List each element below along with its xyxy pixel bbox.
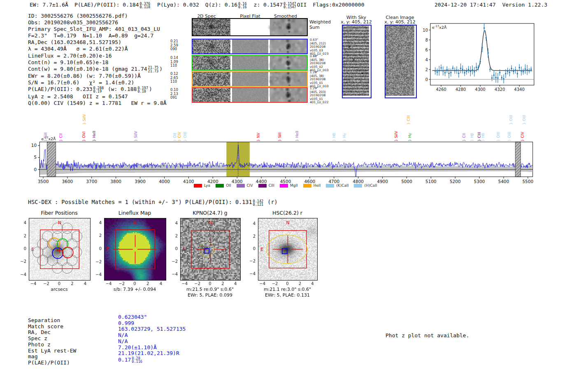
main-x-tick: 4700 — [328, 179, 339, 184]
cutout-x-tick: 4 — [158, 281, 164, 286]
cutout-y-tick: 0 — [93, 246, 102, 251]
info-line-cont-w: Cont(w) = 9.80(±0.10)e-18 (gmag 21.7421.… — [28, 66, 167, 73]
photz-note: Phot z plot not available. — [386, 332, 469, 339]
legend-item: OII — [216, 183, 231, 188]
inset-x-tick: 4300 — [475, 87, 485, 92]
main-x-tick: 3500 — [38, 179, 49, 184]
twod-strip — [192, 55, 308, 71]
cutout-y-tick: 0 — [18, 246, 26, 251]
cutout-y-tick: 2 — [247, 234, 255, 239]
twod-left-label: 0.141.09110 — [170, 56, 190, 68]
match-table-value-text: N/A — [118, 332, 128, 338]
cutout-x-tick: 2 — [144, 281, 151, 286]
twod-left-label: 0.102.13091 — [170, 88, 190, 100]
twod-left-label-line: 091 — [170, 96, 190, 100]
match-table-value-text: 163.023729, 51.527135 — [118, 326, 186, 332]
twod-right-label: 1.29"(405, 203)20190208v035_01401_LU_022 — [310, 87, 339, 104]
legend-label: MgII — [290, 183, 298, 188]
twod-right-label: 0.88"(405, 38)20190208v035_02401_LU_003 — [310, 55, 339, 72]
gmag-stack: 21.7521.73 — [148, 66, 159, 73]
main-x-tick: 3900 — [135, 179, 146, 184]
match-table-value: 0.623043" — [118, 314, 186, 320]
legend-label: CIII — [269, 183, 274, 188]
twod-left-label-line: 110 — [170, 64, 190, 68]
main-x-tick: 4000 — [159, 179, 170, 184]
info-line-id: ID: 3002556276 (3002556276.pdf) — [28, 13, 167, 19]
cutout-x-tick: −2 — [272, 281, 278, 286]
cleanimage-image — [385, 25, 417, 98]
legend-swatch — [303, 184, 311, 188]
twod-right-label-line: 401_LU_022 — [310, 101, 339, 104]
main-x-tick: 5100 — [425, 179, 437, 184]
line-label-HeII: } HeII — [92, 131, 97, 141]
legend-label: (H)CaII — [364, 183, 377, 188]
line-label-Hβ: } Hβ — [469, 133, 474, 141]
header-ew: EW: 7.7±1.6Å — [30, 2, 68, 8]
cutout-image-hsc: NE — [258, 218, 318, 281]
cutout-y-tick: 2 — [18, 234, 26, 238]
report-header: EW: 7.7±1.6ÅP(LAE)/P(OII): 0.1840.3760.1… — [30, 2, 364, 9]
match-table-label: Separation — [28, 318, 76, 324]
line-label-SiIV: } SiIV — [133, 131, 138, 141]
cutout-x-tick: 2 — [69, 281, 75, 286]
info-line-plae: P(LAE)/P(OII): 0.2330.2880.19 (w: 0.1880… — [28, 86, 167, 93]
cutout-x-tick: 0 — [284, 281, 291, 286]
compass-east-label: E — [31, 247, 34, 252]
info-line-qciv: Q(0.00) CIV (1549) z = 1.7781 EW r = 9.8… — [28, 100, 167, 107]
match-table-label: Match score — [28, 324, 76, 330]
line-label-OIII: } OIII — [507, 132, 512, 141]
match-table-value-text: 0.999 — [118, 320, 134, 326]
header-plya: P(Lyα): 0.032 — [157, 2, 199, 8]
legend-item: (H)CaII — [354, 183, 377, 188]
legend-item: CIII — [258, 183, 274, 188]
main-x-tick: 5500 — [523, 179, 534, 184]
cutout-x-tick: 4 — [82, 281, 88, 286]
cutout-title: KPNO(24.7) g — [193, 210, 227, 216]
line-label-SiIV: } SiIV — [394, 131, 399, 141]
cutout-xlabel1: s/b: 7.39 +/- 0.094 — [114, 287, 156, 292]
cutout-image-kpno: NE — [180, 218, 241, 281]
line-label-CIII: } CIII — [406, 115, 411, 125]
header-plae: P(LAE)/P(OII): 0.184 — [74, 2, 139, 8]
cutout-y-tick: 0 — [247, 246, 255, 251]
header-plae-stack: 0.3760.118 — [139, 2, 150, 9]
twod-weighted-sum-label: Weighted Sum — [309, 20, 332, 30]
cutout-x-tick: −4 — [259, 281, 266, 286]
main-x-tick: 5400 — [498, 179, 509, 184]
legend-swatch — [280, 184, 288, 188]
cutout-overlay: NE — [105, 218, 166, 280]
legend-label: (K)CaII — [336, 183, 348, 188]
legend-item: HeII — [303, 183, 321, 188]
cutout-title: Lineflux Map — [118, 210, 151, 216]
main-y-tick: 0 — [34, 167, 37, 172]
line-label-OIII: } OIII — [496, 132, 501, 141]
line-label-Hδ: } Hδ — [481, 133, 485, 141]
match-table-value-text: 0.623043" — [118, 314, 147, 320]
header-flags: Flags:0x20000000 — [313, 2, 364, 8]
inset-y-tick: 6 — [425, 48, 428, 52]
cutout-x-tick: 0 — [56, 281, 63, 286]
cutout-y-tick: 4 — [93, 220, 102, 225]
withsky-image — [342, 25, 372, 98]
inset-y-tick: 4 — [425, 58, 428, 62]
cutout-image-fiber: NE — [29, 218, 91, 281]
match-table-value-stack: 0.280.116 — [132, 357, 142, 364]
line-label-CII: } CII — [462, 133, 467, 141]
legend-swatch — [258, 184, 267, 188]
info-line-lineflux: LineFlux = 2.70(±0.20)e-16 — [28, 53, 167, 59]
info-block: ID: 3002556276 (3002556276.pdf) Obs: 201… — [28, 13, 167, 107]
cutout-y-tick: −2 — [18, 259, 26, 264]
cutout-y-tick: −2 — [170, 259, 178, 264]
header-qz-stack: 0.160.16 — [238, 2, 246, 9]
inset-y-tick: 10 — [423, 28, 428, 32]
twod-left-label-line: 090 — [170, 47, 190, 51]
cutout-title: HSC(26.2) r — [272, 210, 302, 216]
info-line-radec: RA,Dec (163.023468,51.527195) — [28, 39, 167, 46]
hscdex-match-line: HSC-DEX : Possible Matches = 1 (within +… — [28, 199, 278, 206]
twod-right-label: 0.63"(405, 212)20190208v035_03401_LU_023 — [310, 38, 339, 56]
cutout-x-tick: 4 — [309, 281, 316, 286]
emission-line-zoom-chart: 024681042604280430043204340e-17x2Å — [420, 21, 551, 95]
line-label-SiIV: } SiIV — [82, 114, 87, 125]
cutout-y-tick: −2 — [247, 259, 255, 263]
compass-east-label: E — [107, 247, 109, 252]
